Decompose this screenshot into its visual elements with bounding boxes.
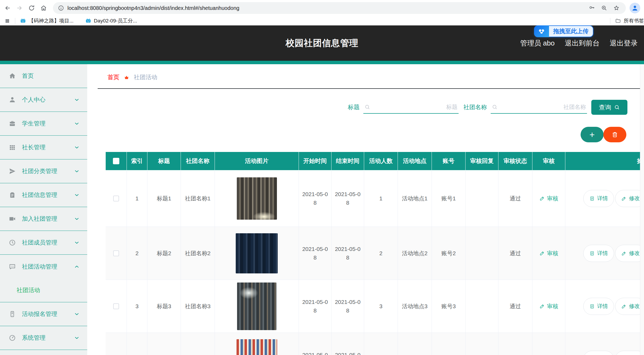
sidebar-item-系统管理[interactable]: 系统管理 bbox=[0, 326, 87, 350]
cell-club: 社团名称1 bbox=[181, 170, 215, 227]
sidebar-item-社团信息管理[interactable]: 社团信息管理 bbox=[0, 183, 87, 207]
column-header-操作: 操作 bbox=[565, 152, 644, 170]
table-row: 3标题3社团名称32021-05-082021-05-083活动地点3账号3通过… bbox=[106, 280, 644, 333]
add-button[interactable]: + bbox=[581, 127, 604, 142]
sidebar-item-label: 社团信息管理 bbox=[22, 191, 57, 199]
audit-link-label: 审核 bbox=[547, 194, 558, 203]
home-icon bbox=[9, 72, 16, 80]
address-bar[interactable]: localhost:8080/springbootnp4n3/admin/dis… bbox=[53, 2, 626, 14]
browser-toolbar: localhost:8080/springbootnp4n3/admin/dis… bbox=[0, 0, 644, 16]
bookmark-item[interactable]: 【码神之路】项目... bbox=[20, 17, 74, 24]
back-icon[interactable] bbox=[3, 3, 12, 13]
column-header-审核回复: 审核回复 bbox=[466, 152, 498, 170]
cell-place: 活动地点3 bbox=[398, 280, 432, 333]
cell-audit: 审核 bbox=[532, 280, 565, 333]
table-row: 4标题4社团名称42021-05-082021-05-084活动地点4账号4通过… bbox=[106, 333, 644, 355]
column-header-开始时间: 开始时间 bbox=[299, 152, 331, 170]
sidebar-item-个人中心[interactable]: 个人中心 bbox=[0, 88, 87, 112]
edit-button[interactable]: 修改 bbox=[615, 351, 644, 355]
query-button[interactable]: 查询 bbox=[591, 100, 627, 115]
column-header-账号: 账号 bbox=[432, 152, 466, 170]
bookmark-item[interactable]: Day02-09-员工分... bbox=[85, 17, 137, 24]
sidebar-item-label: 加入社团管理 bbox=[22, 215, 57, 223]
detail-button[interactable]: 详情 bbox=[583, 351, 614, 355]
detail-button[interactable]: 详情 bbox=[583, 190, 614, 207]
sidebar-item-社团活动管理[interactable]: 社团活动管理 bbox=[0, 255, 87, 278]
cell-title: 标题4 bbox=[147, 333, 181, 355]
audit-link[interactable]: 审核 bbox=[539, 194, 558, 203]
detail-button[interactable]: 详情 bbox=[583, 245, 614, 262]
cell-status: 通过 bbox=[498, 227, 532, 280]
cell-end-time: 2021-05-08 bbox=[331, 280, 364, 333]
sidebar-item-社长管理[interactable]: 社长管理 bbox=[0, 136, 87, 159]
zoom-icon[interactable] bbox=[600, 3, 609, 13]
edit-button[interactable]: 修改 bbox=[615, 190, 644, 207]
site-info-icon[interactable] bbox=[58, 5, 64, 11]
audit-link-label: 审核 bbox=[547, 302, 558, 311]
sidebar-item-学生管理[interactable]: 学生管理 bbox=[0, 112, 87, 136]
all-bookmarks[interactable]: 所有书签 bbox=[605, 17, 644, 24]
activity-photo[interactable] bbox=[237, 339, 277, 355]
sidebar-item-社团成员管理[interactable]: 社团成员管理 bbox=[0, 231, 87, 255]
cell-club: 社团名称3 bbox=[181, 280, 215, 333]
title-search-field[interactable] bbox=[363, 101, 459, 114]
send-icon bbox=[9, 167, 16, 175]
forward-icon[interactable] bbox=[15, 3, 24, 13]
upload-drop-badge[interactable]: 拖拽至此上传 bbox=[534, 25, 593, 37]
table-row: 1标题1社团名称12021-05-082021-05-081活动地点1账号1通过… bbox=[106, 170, 644, 227]
title-filter-label: 标题 bbox=[348, 103, 360, 111]
url-text[interactable]: localhost:8080/springbootnp4n3/admin/dis… bbox=[67, 5, 584, 11]
audit-link[interactable]: 审核 bbox=[539, 302, 558, 311]
sidebar-subitem-社团活动[interactable]: 社团活动 bbox=[0, 278, 87, 302]
activity-photo[interactable] bbox=[237, 177, 277, 220]
edit-button[interactable]: 修改 bbox=[615, 245, 644, 262]
cell-club: 社团名称2 bbox=[181, 227, 215, 280]
cell-reply bbox=[466, 280, 498, 333]
club-search-field[interactable] bbox=[491, 101, 587, 114]
select-all-checkbox[interactable] bbox=[113, 158, 119, 164]
sidebar: 首页个人中心学生管理社长管理社团分类管理社团信息管理加入社团管理社团成员管理社团… bbox=[0, 64, 87, 355]
sidebar-item-社团分类管理[interactable]: 社团分类管理 bbox=[0, 159, 87, 183]
admin-user-link[interactable]: 管理员 abo bbox=[520, 39, 555, 48]
club-search-input[interactable] bbox=[498, 104, 586, 110]
cell-photo bbox=[215, 227, 299, 280]
apps-grid-icon[interactable] bbox=[4, 18, 10, 24]
accent-bar bbox=[0, 61, 644, 64]
sidebar-item-label: 社团活动管理 bbox=[22, 263, 57, 271]
activities-table: 索引标题社团名称活动图片开始时间结束时间活动人数活动地点账号审核回复审核状态审核… bbox=[106, 152, 644, 355]
sidebar-item-首页[interactable]: 首页 bbox=[0, 64, 87, 88]
title-search-input[interactable] bbox=[370, 104, 458, 110]
logout-link[interactable]: 退出登录 bbox=[610, 39, 638, 48]
chevron-down-icon bbox=[74, 168, 80, 174]
audit-link[interactable]: 审核 bbox=[539, 249, 558, 258]
divider bbox=[98, 88, 640, 89]
bookmark-star-icon[interactable] bbox=[612, 3, 621, 13]
column-header-select bbox=[106, 152, 127, 170]
breadcrumb-home-link[interactable]: 首页 bbox=[108, 73, 119, 81]
row-checkbox[interactable] bbox=[113, 196, 119, 201]
row-checkbox[interactable] bbox=[113, 250, 119, 256]
edit-button[interactable]: 修改 bbox=[615, 298, 644, 315]
edit-button-label: 修改 bbox=[629, 250, 640, 257]
edit-button-label: 修改 bbox=[629, 195, 640, 202]
sidebar-item-label: 系统管理 bbox=[22, 334, 45, 342]
cell-start-time: 2021-05-08 bbox=[299, 280, 331, 333]
detail-button[interactable]: 详情 bbox=[583, 298, 614, 315]
app-header: 校园社团信息管理 拖拽至此上传 管理员 abo 退出到前台 退出登录 bbox=[0, 25, 644, 61]
cell-end-time: 2021-05-08 bbox=[331, 333, 364, 355]
browser-profile-avatar[interactable] bbox=[630, 3, 640, 13]
exit-to-front-link[interactable]: 退出到前台 bbox=[565, 39, 600, 48]
reload-icon[interactable] bbox=[27, 3, 36, 13]
sidebar-item-活动报名管理[interactable]: 活动报名管理 bbox=[0, 302, 87, 326]
delete-button[interactable] bbox=[603, 127, 626, 142]
activity-photo[interactable] bbox=[237, 283, 276, 330]
row-checkbox[interactable] bbox=[113, 303, 119, 309]
sidebar-item-加入社团管理[interactable]: 加入社团管理 bbox=[0, 207, 87, 231]
vertical-scrollbar[interactable] bbox=[640, 64, 644, 355]
home-icon[interactable] bbox=[39, 3, 48, 13]
cell-place: 活动地点1 bbox=[398, 170, 432, 227]
briefcase-icon bbox=[9, 120, 16, 127]
activity-photo[interactable] bbox=[236, 233, 278, 273]
password-key-icon[interactable] bbox=[587, 3, 596, 13]
trash-icon bbox=[611, 131, 618, 138]
